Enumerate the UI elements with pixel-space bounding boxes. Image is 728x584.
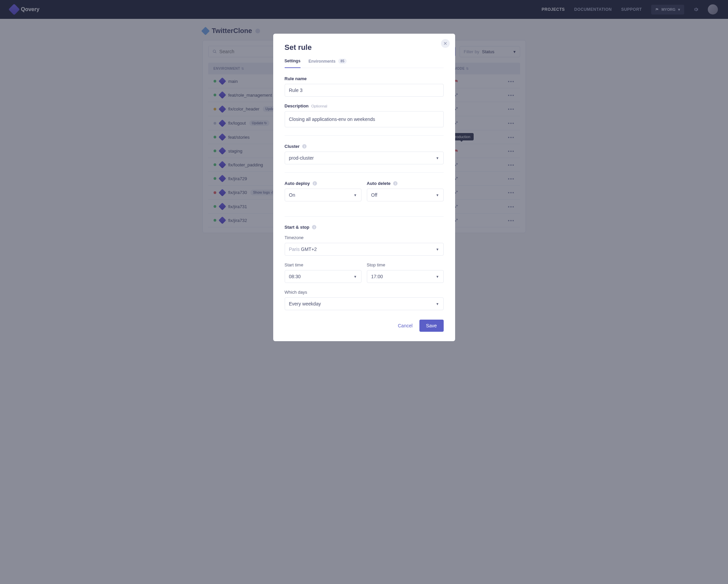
- cluster-label: Cluster: [285, 144, 300, 149]
- info-icon[interactable]: i: [302, 144, 307, 149]
- field-rule-name: Rule name Rule 3: [285, 76, 444, 97]
- field-auto-delete: Auto delete i Off ▼: [367, 181, 444, 202]
- modal-tabs: Settings Environments 85: [285, 59, 444, 68]
- field-timezone: Timezone Paris GMT+2 ▼: [285, 235, 444, 241]
- modal-overlay: ✕ Set rule Settings Environments 85 Rule…: [0, 0, 728, 241]
- close-button[interactable]: ✕: [441, 39, 450, 48]
- timezone-label: Timezone: [285, 235, 444, 240]
- divider: [285, 172, 444, 173]
- info-icon[interactable]: i: [313, 181, 317, 186]
- auto-deploy-select[interactable]: On ▼: [285, 189, 362, 202]
- description-hint: Optionnal: [311, 104, 327, 108]
- info-icon[interactable]: i: [312, 225, 316, 229]
- chevron-down-icon: ▼: [436, 193, 439, 197]
- auto-delete-label: Auto delete: [367, 181, 391, 186]
- field-cluster: Cluster i prod-cluster ▼: [285, 144, 444, 164]
- auto-delete-select[interactable]: Off ▼: [367, 189, 444, 202]
- modal-title: Set rule: [285, 43, 444, 52]
- start-stop-label: Start & stop: [285, 224, 310, 230]
- tab-settings[interactable]: Settings: [285, 59, 301, 68]
- cluster-select[interactable]: prod-cluster ▼: [285, 152, 444, 164]
- chevron-down-icon: ▼: [354, 193, 357, 197]
- environments-count-badge: 85: [338, 59, 347, 64]
- rule-name-input[interactable]: Rule 3: [285, 84, 444, 97]
- tab-environments[interactable]: Environments 85: [309, 59, 347, 68]
- info-icon[interactable]: i: [393, 181, 397, 186]
- field-auto-deploy: Auto deploy i On ▼: [285, 181, 362, 202]
- divider: [285, 216, 444, 217]
- auto-deploy-label: Auto deploy: [285, 181, 310, 186]
- field-description: Description Optionnal Closing all applic…: [285, 103, 444, 127]
- description-label: Description: [285, 103, 309, 108]
- description-input[interactable]: Closing all applications-env on weekends: [285, 111, 444, 127]
- set-rule-modal: ✕ Set rule Settings Environments 85 Rule…: [273, 34, 455, 241]
- chevron-down-icon: ▼: [436, 156, 439, 160]
- rule-name-label: Rule name: [285, 76, 444, 81]
- divider: [285, 135, 444, 136]
- close-icon: ✕: [443, 41, 447, 46]
